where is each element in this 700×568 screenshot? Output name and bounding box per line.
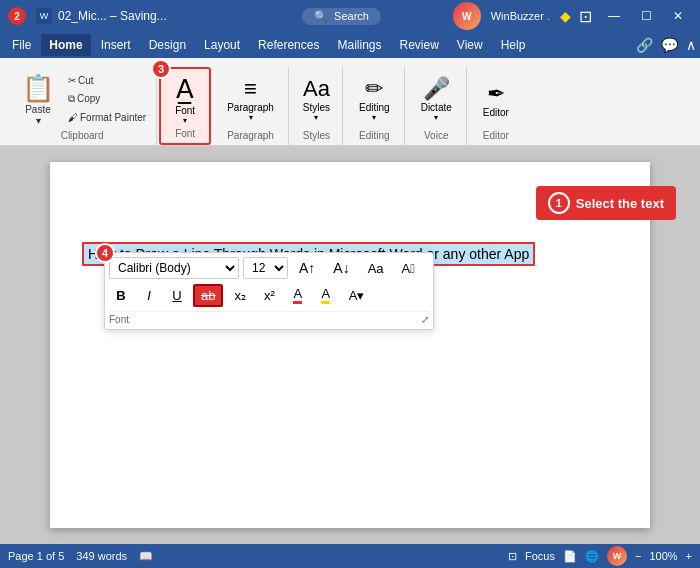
font-expand-icon[interactable]: ⤢ [421,314,429,325]
ribbon-group-paragraph: ≡ Paragraph ▾ Paragraph [213,67,289,145]
focus-icon[interactable]: ⊡ [508,550,517,563]
copy-button[interactable]: ⧉ Copy [64,92,150,106]
styles-arrow: ▾ [314,113,318,122]
font-icon[interactable]: A̲ [176,74,194,105]
paragraph-icon[interactable]: ≡ [244,76,257,102]
subscript-button[interactable]: x₂ [227,285,253,306]
quick-access-badge: 2 [8,7,26,25]
paste-arrow: ▾ [36,115,41,126]
word-count: 349 words [76,550,127,562]
ribbon-group-dictate: 🎤 Dictate ▾ Voice [407,67,467,145]
paste-button[interactable]: 📋 Paste ▾ [14,71,62,127]
font-name-select[interactable]: Calibri (Body) [109,257,239,279]
ribbon-group-editing: ✏ Editing ▾ Editing [345,67,405,145]
app-name-label: WinBuzzer . [491,10,550,22]
file-name: 02_Mic... – Saving... [58,9,167,23]
search-icon: 🔍 [314,10,328,23]
dictate-arrow: ▾ [434,113,438,122]
font-color-dropdown[interactable]: A▾ [342,285,372,306]
menu-review[interactable]: Review [391,34,446,56]
dictate-button[interactable]: 🎤 Dictate ▾ [413,71,460,127]
font-bar-footer: Font ⤢ [109,311,429,325]
menu-layout[interactable]: Layout [196,34,248,56]
strikethrough-button[interactable]: ab [193,284,223,307]
editing-button[interactable]: ✏ Editing ▾ [351,71,398,127]
annotation-1-badge: 1 [548,192,570,214]
font-label: Font [175,105,195,116]
editing-arrow: ▾ [372,113,376,122]
editing-icon: ✏ [365,76,383,102]
grow-font-button[interactable]: A↑ [292,257,322,279]
clipboard-label: Clipboard [61,128,104,141]
paragraph-group-label: Paragraph [227,128,274,141]
copy-icon: ⧉ [68,93,75,105]
paragraph-arrow: ▾ [249,113,253,122]
editing-group-label: Editing [359,128,390,141]
annotation-1-text: Select the text [576,196,664,211]
title-bar-center: 🔍 Search [230,8,452,25]
ribbon-group-editor: ✒ Editor Editor [469,67,523,145]
highlight-button[interactable]: A [314,283,338,307]
paste-label: Paste [25,104,51,115]
menu-references[interactable]: References [250,34,327,56]
superscript-button[interactable]: x² [257,285,282,306]
badge-3: 3 [151,59,171,79]
cut-icon: ✂ [68,75,76,86]
menu-file[interactable]: File [4,34,39,56]
document-area: How to Draw a Line Through Words in Micr… [0,146,700,544]
close-button[interactable]: ✕ [664,2,692,30]
minimize-button[interactable]: — [600,2,628,30]
zoom-out-button[interactable]: − [635,550,641,562]
format-painter-button[interactable]: 🖌 Format Painter [64,111,150,124]
badge-4: 4 [95,243,115,263]
menu-help[interactable]: Help [493,34,534,56]
clear-format-button[interactable]: A⃝ [395,258,422,279]
change-case-button[interactable]: Aa [361,258,391,279]
ribbon-group-font: 3 A̲ Font ▾ Font [159,67,211,145]
underline-button[interactable]: U [165,285,189,306]
dictate-group-label: Voice [424,128,448,141]
ribbon-group-styles: Aa Styles ▾ Styles [291,67,343,145]
annotation-1: 1 Select the text [536,186,676,220]
zoom-level: 100% [649,550,677,562]
cut-button[interactable]: ✂ Cut [64,74,150,87]
app-icon: W [36,8,52,24]
clipboard-small-buttons: ✂ Cut ⧉ Copy 🖌 Format Painter [64,71,150,127]
editor-button[interactable]: ✒ Editor [475,71,517,127]
zoom-in-button[interactable]: + [686,550,692,562]
share-icon[interactable]: 🔗 [636,37,653,53]
ribbon-group-clipboard: 📋 Paste ▾ ✂ Cut ⧉ Copy [8,67,157,145]
comment-icon[interactable]: 💬 [661,37,678,53]
status-bar: Page 1 of 5 349 words 📖 ⊡ Focus 📄 🌐 W − … [0,544,700,568]
styles-button[interactable]: Aa Styles ▾ [297,76,336,122]
font-bar-row2: B I U ab x₂ x² A A A▾ [109,283,429,307]
view-web-icon[interactable]: 🌐 [585,550,599,563]
menu-bar: File Home Insert Design Layout Reference… [0,32,700,58]
bold-button[interactable]: B [109,285,133,306]
menu-right-icons: 🔗 💬 ∧ [636,37,696,53]
view-print-icon[interactable]: 📄 [563,550,577,563]
menu-mailings[interactable]: Mailings [329,34,389,56]
font-size-select[interactable]: 12 [243,257,288,279]
menu-design[interactable]: Design [141,34,194,56]
status-bar-right: ⊡ Focus 📄 🌐 W − 100% + [508,546,692,566]
collapse-ribbon-icon[interactable]: ∧ [686,37,696,53]
menu-home[interactable]: Home [41,34,90,56]
ribbon: 📋 Paste ▾ ✂ Cut ⧉ Copy [0,58,700,146]
menu-view[interactable]: View [449,34,491,56]
focus-label: Focus [525,550,555,562]
menu-insert[interactable]: Insert [93,34,139,56]
window-icon: ⊡ [579,7,592,26]
title-bar: 2 W 02_Mic... – Saving... 🔍 Search W Win… [0,0,700,32]
shrink-font-button[interactable]: A↓ [326,257,356,279]
italic-button[interactable]: I [137,285,161,306]
ribbon-container: 📋 Paste ▾ ✂ Cut ⧉ Copy [0,58,700,146]
text-color-button[interactable]: A [286,283,310,307]
font-footer-label: Font [109,314,129,325]
editor-icon: ✒ [487,81,505,107]
app-window: 2 W 02_Mic... – Saving... 🔍 Search W Win… [0,0,700,568]
diamond-icon: ◆ [560,8,571,24]
maximize-button[interactable]: ☐ [632,2,660,30]
winbuzzer-logo: W [453,2,481,30]
winbuzzer-status-logo: W [607,546,627,566]
